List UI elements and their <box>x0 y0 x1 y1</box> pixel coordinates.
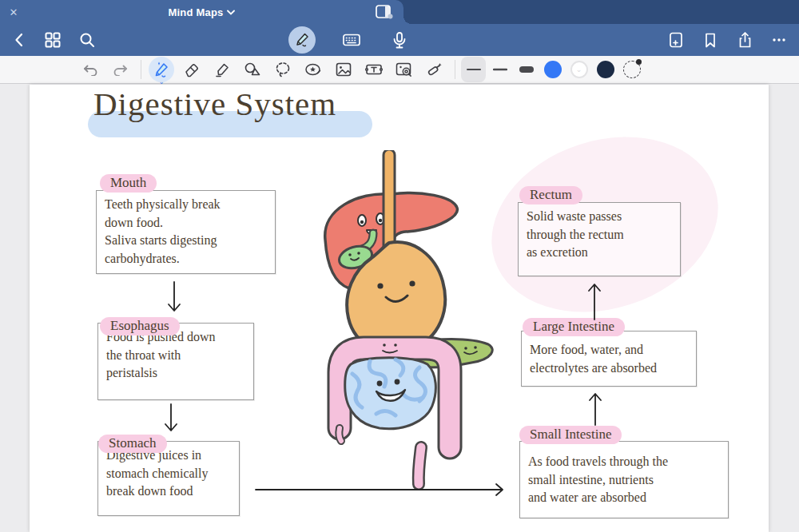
color-swatch-navy[interactable] <box>597 61 614 78</box>
node-label-stomach: Stomach <box>98 435 167 453</box>
share-icon[interactable] <box>733 28 757 52</box>
laser-pointer-tool[interactable] <box>419 58 450 81</box>
history-group <box>75 58 136 81</box>
thickness-thick[interactable] <box>513 58 539 81</box>
pen-mode-icon <box>294 32 310 48</box>
add-color-icon[interactable] <box>623 61 641 78</box>
canvas-background: Digestive System Mouth Teeth physically … <box>0 85 799 532</box>
liver-shape <box>325 193 458 291</box>
duodenum-outline <box>357 347 368 363</box>
window-tab-bar: ✕ Mind Maps <box>0 0 799 24</box>
goodnotes-app: ✕ Mind Maps <box>0 0 799 532</box>
duodenum-tube <box>357 347 368 363</box>
node-body-esophagus: Food is pushed down the throat with peri… <box>106 328 250 383</box>
gallbladder-shape <box>336 233 375 272</box>
pancreas-face <box>464 346 477 354</box>
text-tool[interactable] <box>359 58 389 81</box>
stroke-style-group: ⌄ <box>460 58 645 81</box>
node-label-esophagus: Esophagus <box>100 317 180 335</box>
navbar-left-group <box>6 28 99 52</box>
back-icon[interactable] <box>6 28 30 52</box>
colon-face <box>383 343 397 352</box>
notebook-page[interactable]: Digestive System Mouth Teeth physically … <box>30 85 769 532</box>
node-box-mouth: Teeth physically break down food. Saliva… <box>96 190 276 274</box>
stomach-shape <box>347 242 445 352</box>
pancreas-shape <box>374 339 493 367</box>
eraser-tool[interactable] <box>177 58 207 81</box>
node-label-mouth: Mouth <box>100 174 157 193</box>
node-body-stomach: Digestive juices in stomach chemically b… <box>106 447 236 501</box>
rectum-tube <box>419 447 421 484</box>
lasso-tool[interactable] <box>268 58 298 81</box>
node-label-small-intestine: Small Intestine <box>519 426 622 444</box>
stomach-face <box>377 280 415 301</box>
tools-group: ⌄ <box>146 58 450 81</box>
node-box-small-intestine: As food travels through the small intest… <box>519 441 729 518</box>
active-document-tab[interactable]: ✕ Mind Maps <box>0 0 403 24</box>
elements-tool[interactable] <box>389 58 419 81</box>
page-title: Digestive System <box>93 85 336 123</box>
microphone-icon[interactable] <box>388 28 411 52</box>
tab-overview-icon[interactable] <box>376 5 393 19</box>
document-title[interactable]: Mind Maps <box>0 0 403 24</box>
thickness-medium[interactable] <box>487 58 513 81</box>
color-swatch-blue[interactable] <box>544 61 562 78</box>
highlighter-tool[interactable] <box>207 58 237 81</box>
stickers-tool[interactable] <box>298 58 328 81</box>
node-body-small-intestine: As food travels through the small intest… <box>528 453 725 507</box>
node-box-large-intestine: More food, water, and electrolytes are a… <box>521 331 697 387</box>
node-body-large-intestine: More food, water, and electrolytes are a… <box>530 341 693 377</box>
chevron-down-icon <box>227 10 235 15</box>
tool-ribbon: ⌄ <box>0 56 799 84</box>
keyboard-icon[interactable] <box>340 28 364 52</box>
node-box-rectum: Solid waste passes through the rectum as… <box>518 202 681 276</box>
navbar-right-group <box>664 28 791 52</box>
color-swatch-white-selected[interactable]: ⌄ <box>570 61 588 78</box>
rectum-outline <box>419 447 421 484</box>
small-intestine-shape <box>345 358 436 429</box>
more-icon[interactable] <box>767 28 791 52</box>
large-intestine-shape <box>339 348 450 447</box>
document-title-text: Mind Maps <box>169 6 224 18</box>
node-body-mouth: Teeth physically break down food. Saliva… <box>105 196 272 268</box>
navbar <box>0 24 799 56</box>
ribbon-divider-2 <box>455 60 455 79</box>
thumbnail-grid-icon[interactable] <box>41 28 65 52</box>
search-icon[interactable] <box>75 28 99 52</box>
node-body-rectum: Solid waste passes through the rectum as… <box>527 208 677 262</box>
redo-icon[interactable] <box>105 58 136 81</box>
node-label-large-intestine: Large Intestine <box>523 318 625 336</box>
liver-face <box>358 213 384 234</box>
pen-mode-toggle[interactable] <box>288 26 316 54</box>
thickness-thin-selected[interactable] <box>460 58 487 81</box>
node-label-rectum: Rectum <box>519 186 582 204</box>
pen-tool[interactable]: ⌄ <box>146 58 177 81</box>
bookmark-icon[interactable] <box>698 28 722 52</box>
ribbon-divider <box>141 60 141 79</box>
image-tool[interactable] <box>328 58 359 81</box>
undo-icon[interactable] <box>75 58 105 81</box>
add-page-icon[interactable] <box>664 28 688 52</box>
shapes-tool[interactable] <box>237 58 268 81</box>
digestive-system-illustration <box>300 150 499 494</box>
navbar-center-group <box>288 26 411 54</box>
